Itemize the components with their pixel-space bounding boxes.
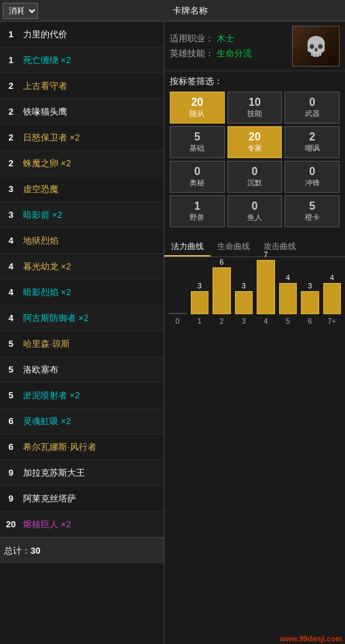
bar-value: 6: [219, 258, 223, 266]
card-name: 暮光幼龙 ×2: [18, 261, 160, 273]
bar-label: 3: [242, 317, 246, 325]
card-name: 灵魂虹吸 ×2: [18, 415, 160, 428]
hero-avatar: [292, 26, 340, 67]
card-name: 日怒保卫者 ×2: [18, 132, 160, 144]
filter-button[interactable]: 1野兽: [170, 195, 225, 227]
table-row[interactable]: 4 暗影烈焰 ×2: [0, 280, 164, 305]
hero-class: 适用职业： 木士: [170, 33, 292, 45]
bar: [279, 283, 297, 314]
table-row[interactable]: 1 死亡缠绕 ×2: [0, 48, 164, 73]
card-name: 暗影箭 ×2: [18, 209, 160, 221]
table-row[interactable]: 5 淤泥喷射者 ×2: [0, 383, 164, 409]
table-row[interactable]: 9 加拉克苏斯大王: [0, 460, 164, 486]
bar: [235, 291, 253, 314]
table-row[interactable]: 6 灵魂虹吸 ×2: [0, 409, 164, 434]
card-name: 阿莱克丝塔萨: [18, 493, 160, 505]
filter-button[interactable]: 2嘲讽: [285, 126, 340, 158]
filter-button[interactable]: 0沉默: [228, 161, 283, 193]
table-row[interactable]: 6 希尔瓦娜斯·风行者: [0, 434, 164, 460]
filter-button[interactable]: 0武器: [285, 92, 340, 124]
curve-tabs: 法力曲线生命曲线攻击曲线: [164, 238, 345, 257]
table-row[interactable]: 4 阿古斯防御者 ×2: [0, 305, 164, 331]
consume-dropdown[interactable]: 消耗: [3, 3, 38, 19]
class-label: 适用职业：: [170, 33, 214, 43]
card-name: 上古看守者: [18, 80, 160, 92]
card-name: 哈里森·琼斯: [18, 338, 160, 350]
top-bar: 消耗 卡牌名称: [0, 0, 345, 22]
filter-button[interactable]: 5橙卡: [285, 195, 340, 227]
card-name: 蛛魔之卵 ×2: [18, 157, 160, 170]
bar: [213, 267, 231, 314]
bar-label: 4: [264, 317, 268, 325]
table-row[interactable]: 3 虚空恐魔: [0, 176, 164, 202]
table-row[interactable]: 3 暗影箭 ×2: [0, 202, 164, 228]
card-name: 加拉克苏斯大王: [18, 467, 160, 479]
filter-button[interactable]: 0冲锋: [285, 161, 340, 193]
curve-tab[interactable]: 生命曲线: [211, 238, 257, 257]
table-row[interactable]: 2 蛛魔之卵 ×2: [0, 151, 164, 176]
card-name: 希尔瓦娜斯·风行者: [18, 441, 160, 453]
table-row[interactable]: 9 阿莱克丝塔萨: [0, 486, 164, 512]
filter-button[interactable]: 0奥秘: [170, 161, 225, 193]
card-cost: 2: [4, 107, 18, 117]
table-row[interactable]: 2 铁喙猫头鹰: [0, 99, 164, 125]
bar-value: 3: [198, 282, 202, 290]
table-row[interactable]: 2 上古看守者: [0, 73, 164, 99]
bar-label: 7+: [327, 317, 336, 325]
filter-button[interactable]: 0鱼人: [228, 195, 283, 227]
card-cost: 20: [4, 519, 18, 529]
card-cost: 3: [4, 184, 18, 194]
card-cost: 9: [4, 493, 18, 504]
card-name: 地狱烈焰: [18, 235, 160, 247]
card-name: 洛欧塞布: [18, 364, 160, 376]
card-list: 1 力里的代价 1 死亡缠绕 ×2 2 上古看守者 2 铁喙猫头鹰 2 日怒保卫…: [0, 22, 164, 644]
bar-col: 4 7+: [323, 273, 342, 325]
card-cost: 4: [4, 313, 18, 323]
bar: [323, 283, 342, 314]
bar-value: 4: [286, 273, 290, 282]
card-cost: 9: [4, 468, 18, 478]
bar-col: 3 3: [235, 282, 253, 325]
bar-container: 0 3 1 6 2 3 3 7 4 4 5 3 6 4 7+: [168, 271, 341, 339]
card-cost: 1: [4, 55, 18, 65]
bar-col: 7 4: [257, 250, 275, 325]
table-row[interactable]: 5 洛欧塞布: [0, 357, 164, 383]
bar-col: 3 1: [191, 282, 209, 325]
card-name: 熔核巨人 ×2: [18, 518, 160, 531]
card-name: 铁喙猫头鹰: [18, 106, 160, 118]
filter-button[interactable]: 20专家: [228, 126, 283, 158]
total-label: 总计：: [4, 545, 31, 557]
table-row[interactable]: 2 日怒保卫者 ×2: [0, 125, 164, 151]
table-row[interactable]: 1 力里的代价: [0, 22, 164, 48]
card-cost: 6: [4, 442, 18, 452]
bar-value: 3: [308, 282, 312, 290]
bar-label: 2: [219, 317, 223, 325]
card-cost: 1: [4, 29, 18, 39]
bar: [301, 291, 319, 314]
card-cost: 5: [4, 364, 18, 375]
hero-info: 适用职业： 木士 英雄技能： 生命分流: [170, 33, 292, 60]
card-cost: 6: [4, 416, 18, 426]
table-row[interactable]: 4 暮光幼龙 ×2: [0, 254, 164, 280]
bar-label: 5: [286, 317, 290, 325]
bar: [257, 260, 275, 314]
card-name: 淤泥喷射者 ×2: [18, 390, 160, 402]
filter-section: 按标签筛选： 20随从10技能0武器5基础20专家2嘲讽0奥秘0沉默0冲锋1野兽…: [164, 71, 345, 234]
hero-skill: 英雄技能： 生命分流: [170, 48, 292, 60]
filter-button[interactable]: 10技能: [228, 92, 283, 124]
curve-tab[interactable]: 法力曲线: [164, 238, 211, 257]
table-row[interactable]: 20 熔核巨人 ×2: [0, 512, 164, 537]
hero-section: 适用职业： 木士 英雄技能： 生命分流: [164, 22, 345, 71]
bar: [168, 313, 187, 314]
table-row[interactable]: 5 哈里森·琼斯: [0, 331, 164, 357]
card-cost: 4: [4, 287, 18, 297]
bar: [191, 291, 209, 314]
chart-area: 0 3 1 6 2 3 3 7 4 4 5 3 6 4 7+: [164, 257, 345, 339]
class-value: 木士: [217, 33, 234, 43]
card-cost: 5: [4, 339, 18, 349]
table-row[interactable]: 4 地狱烈焰: [0, 228, 164, 254]
filter-button[interactable]: 20随从: [170, 92, 225, 124]
filter-button[interactable]: 5基础: [170, 126, 225, 158]
bar-col: 4 5: [279, 273, 297, 325]
bar-label: 6: [308, 317, 312, 325]
